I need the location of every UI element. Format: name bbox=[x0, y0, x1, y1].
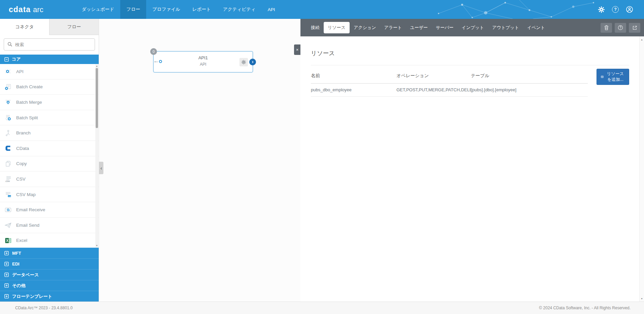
sidebar-collapse-handle[interactable]: ‹ bbox=[99, 162, 103, 174]
help-circle-icon bbox=[618, 25, 623, 30]
connector-label: Batch Split bbox=[16, 115, 38, 120]
tab-alerts[interactable]: アラート bbox=[380, 22, 406, 33]
category-edi[interactable]: EDI bbox=[0, 258, 99, 269]
chevron-left-icon: ‹ bbox=[100, 165, 102, 171]
tab-output[interactable]: アウトプット bbox=[488, 22, 523, 33]
column-header-operations: オペレーション bbox=[396, 65, 471, 84]
category-label: データベース bbox=[12, 272, 39, 278]
cdata-icon bbox=[4, 145, 12, 152]
category-flow-templates[interactable]: フローテンプレート bbox=[0, 291, 99, 302]
open-external-button[interactable] bbox=[629, 23, 640, 33]
flow-canvas[interactable]: ‹ 0 API1 API bbox=[99, 19, 300, 302]
connector-label: API bbox=[16, 69, 24, 74]
cell-resource-name[interactable]: pubs_dbo_employee bbox=[311, 84, 396, 97]
sidebar: コネクタ フロー コア bbox=[0, 19, 99, 302]
connector-item-email-receive[interactable]: Email Receive bbox=[0, 202, 99, 218]
category-label: EDI bbox=[12, 261, 20, 266]
footer-version-text: CData Arc™ 2023 - 23.4.8801.0 bbox=[15, 306, 73, 310]
panel-scrollbar[interactable]: ▲ ▼ bbox=[639, 36, 644, 302]
nav-item-profile[interactable]: プロファイル bbox=[146, 0, 186, 19]
tab-actions[interactable]: アクション bbox=[350, 22, 380, 33]
connector-item-email-send[interactable]: Email Send bbox=[0, 218, 99, 233]
scroll-down-icon[interactable]: ▼ bbox=[640, 296, 644, 301]
panel-close-button[interactable]: × bbox=[294, 44, 300, 55]
batch-split-icon bbox=[4, 114, 12, 121]
connector-item-branch[interactable]: Branch bbox=[0, 125, 99, 141]
connector-item-batch-split[interactable]: Batch Split bbox=[0, 110, 99, 126]
tab-connectors[interactable]: コネクタ bbox=[0, 19, 49, 35]
nav-item-activity[interactable]: アクティビティ bbox=[217, 0, 262, 19]
help-button[interactable] bbox=[615, 23, 626, 33]
connector-item-batch-create[interactable]: Batch Create bbox=[0, 80, 99, 95]
section-core-label: コア bbox=[12, 56, 21, 62]
category-database[interactable]: データベース bbox=[0, 269, 99, 280]
delete-button[interactable] bbox=[601, 23, 612, 33]
panel-tab-bar: 接続 リソース アクション アラート ユーザー サーバー インプット アウトプッ… bbox=[300, 19, 644, 36]
collapse-minus-icon bbox=[4, 57, 9, 62]
scroll-up-icon[interactable]: ▲ bbox=[640, 37, 644, 42]
settings-gear-icon[interactable] bbox=[596, 4, 606, 14]
tab-server[interactable]: サーバー bbox=[432, 22, 458, 33]
external-link-icon bbox=[632, 25, 637, 30]
nav-menu: ダッシュボード フロー プロファイル レポート アクティビティ API bbox=[76, 0, 281, 19]
connector-item-excel[interactable]: X Excel bbox=[0, 233, 99, 248]
add-resource-button[interactable]: リソースを追加... bbox=[597, 69, 629, 85]
table-row[interactable]: pubs_dbo_employee GET,POST,PUT,MERGE,PAT… bbox=[311, 84, 588, 97]
scroll-up-icon[interactable]: ▲ bbox=[95, 64, 98, 68]
page-title: リソース bbox=[311, 36, 629, 65]
category-label: MFT bbox=[12, 251, 21, 256]
section-core[interactable]: コア bbox=[0, 55, 99, 64]
sidebar-categories: MFT EDI データベース bbox=[0, 248, 99, 302]
svg-text:.CSV: .CSV bbox=[5, 180, 10, 182]
connector-item-api[interactable]: API bbox=[0, 64, 99, 80]
node-connector-port-icon[interactable] bbox=[159, 60, 162, 63]
connector-item-copy[interactable]: Copy bbox=[0, 156, 99, 172]
category-other[interactable]: その他 bbox=[0, 280, 99, 291]
nav-item-dashboard[interactable]: ダッシュボード bbox=[76, 0, 120, 19]
node-next-arrow-icon[interactable]: › bbox=[249, 59, 256, 65]
connector-item-csv[interactable]: .CSV CSV bbox=[0, 171, 99, 187]
category-mft[interactable]: MFT bbox=[0, 248, 99, 258]
tab-users[interactable]: ユーザー bbox=[406, 22, 432, 33]
help-icon[interactable]: ? bbox=[610, 4, 620, 14]
connector-item-csv-map[interactable]: CSV CSV Map bbox=[0, 187, 99, 202]
column-header-table: テーブル bbox=[471, 65, 588, 84]
panel-toolbar bbox=[601, 23, 640, 33]
sidebar-tabs: コネクタ フロー bbox=[0, 19, 99, 35]
node-input-port-dots bbox=[155, 61, 157, 62]
scrollbar-thumb[interactable] bbox=[96, 68, 98, 128]
connector-label: Excel bbox=[16, 238, 27, 243]
tab-connection[interactable]: 接続 bbox=[307, 22, 324, 33]
trash-icon bbox=[604, 25, 609, 30]
tab-resources[interactable]: リソース bbox=[324, 22, 350, 33]
table-header-row: 名前 オペレーション テーブル bbox=[311, 65, 588, 84]
cdata-arc-app: cdata arc ダッシュボード フロー プロファイル レポート アクティビテ… bbox=[0, 0, 644, 314]
excel-icon: X bbox=[4, 237, 12, 244]
batch-merge-icon bbox=[4, 98, 12, 106]
nav-item-api[interactable]: API bbox=[262, 0, 281, 19]
expand-plus-icon bbox=[4, 273, 9, 277]
search-input[interactable] bbox=[4, 38, 95, 51]
cell-table: [pubs].[dbo].[employee] bbox=[471, 84, 588, 97]
flow-node-api1[interactable]: 0 API1 API bbox=[153, 51, 253, 72]
connector-list-scrollbar[interactable]: ▲ ▼ bbox=[95, 64, 98, 247]
connector-item-cdata[interactable]: CData bbox=[0, 141, 99, 156]
user-account-icon[interactable] bbox=[624, 4, 635, 14]
connector-label: Copy bbox=[16, 161, 27, 166]
tab-flows[interactable]: フロー bbox=[49, 19, 99, 35]
branch-icon bbox=[4, 129, 12, 137]
logo-brand: cdata bbox=[9, 5, 31, 14]
nav-item-flow[interactable]: フロー bbox=[120, 0, 146, 19]
nav-item-report[interactable]: レポート bbox=[186, 0, 217, 19]
node-settings-gear-icon[interactable] bbox=[239, 58, 248, 66]
tab-events[interactable]: イベント bbox=[523, 22, 549, 33]
sidebar-search bbox=[0, 35, 99, 55]
expand-plus-icon bbox=[4, 294, 9, 299]
connector-item-batch-merge[interactable]: Batch Merge bbox=[0, 95, 99, 110]
column-header-name: 名前 bbox=[311, 65, 396, 84]
tab-input[interactable]: インプット bbox=[458, 22, 488, 33]
node-text: API1 API bbox=[154, 52, 253, 68]
email-send-icon bbox=[4, 221, 12, 229]
scroll-down-icon[interactable]: ▼ bbox=[95, 244, 98, 247]
app-logo[interactable]: cdata arc bbox=[9, 5, 43, 14]
